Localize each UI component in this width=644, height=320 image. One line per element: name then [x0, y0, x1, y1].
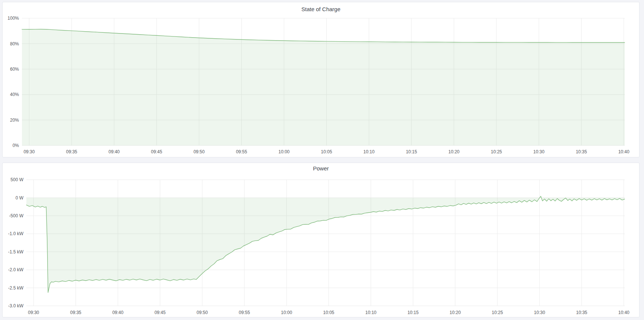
- x-axis-tick-label: 10:10: [365, 310, 376, 315]
- x-axis-tick-label: 10:40: [618, 310, 630, 315]
- y-axis-tick-label: -500 W: [9, 213, 23, 218]
- x-axis-tick-label: 09:40: [112, 310, 123, 315]
- y-axis-tick-label: 100%: [7, 16, 19, 21]
- power-chart[interactable]: 500 W0 W-500 W-1.0 kW-1.5 kW-2.0 kW-2.5 …: [3, 163, 639, 317]
- x-axis-tick-label: 10:05: [321, 149, 332, 154]
- y-axis-tick-label: -2.5 kW: [8, 285, 24, 291]
- x-axis-tick-label: 10:20: [448, 149, 459, 154]
- panel-state-of-charge: State of Charge 100%80%60%40%20%0%09:300…: [2, 2, 640, 157]
- x-axis-tick-label: 10:00: [278, 149, 289, 154]
- y-axis-tick-label: 80%: [10, 41, 19, 47]
- x-axis-tick-label: 09:35: [70, 310, 81, 315]
- y-axis-tick-label: 500 W: [10, 177, 23, 182]
- x-axis-tick-label: 09:50: [197, 310, 208, 315]
- x-axis-tick-label: 10:15: [406, 149, 417, 154]
- x-axis-tick-label: 09:45: [155, 310, 166, 315]
- series-area: [22, 29, 625, 146]
- x-axis-tick-label: 09:30: [23, 149, 35, 154]
- series-area: [26, 196, 625, 292]
- y-axis-tick-label: -3.0 kW: [8, 303, 24, 308]
- x-axis-tick-label: 09:50: [194, 149, 205, 154]
- x-axis-tick-label: 10:15: [407, 310, 418, 315]
- y-axis-tick-label: 20%: [10, 118, 19, 123]
- y-axis-tick-label: -1.0 kW: [8, 231, 24, 236]
- x-axis-tick-label: 10:30: [533, 149, 544, 154]
- x-axis-tick-label: 10:25: [491, 149, 502, 154]
- x-axis-tick-label: 09:55: [239, 310, 250, 315]
- x-axis-tick-label: 10:20: [450, 310, 461, 315]
- x-axis-tick-label: 10:10: [363, 149, 375, 154]
- x-axis-tick-label: 10:05: [323, 310, 334, 315]
- x-axis-tick-label: 10:35: [576, 149, 587, 154]
- x-axis-tick-label: 09:35: [66, 149, 77, 154]
- x-axis-tick-label: 09:30: [28, 310, 39, 315]
- y-axis-tick-label: 60%: [10, 67, 19, 72]
- panel-power: Power 500 W0 W-500 W-1.0 kW-1.5 kW-2.0 k…: [2, 163, 640, 317]
- x-axis-tick-label: 09:40: [109, 149, 120, 154]
- y-axis-tick-label: 0%: [13, 143, 19, 148]
- y-axis-tick-label: 0 W: [16, 195, 24, 201]
- y-axis-tick-label: -1.5 kW: [8, 249, 24, 255]
- x-axis-tick-label: 09:55: [236, 149, 247, 154]
- x-axis-tick-label: 10:35: [576, 310, 587, 315]
- y-axis-tick-label: -2.0 kW: [8, 267, 24, 272]
- state-of-charge-chart[interactable]: 100%80%60%40%20%0%09:3009:3509:4009:4509…: [3, 2, 639, 157]
- x-axis-tick-label: 10:00: [281, 310, 292, 315]
- y-axis-tick-label: 40%: [10, 92, 19, 97]
- x-axis-tick-label: 09:45: [151, 149, 162, 154]
- x-axis-tick-label: 10:30: [534, 310, 545, 315]
- x-axis-tick-label: 10:25: [492, 310, 503, 315]
- x-axis-tick-label: 10:40: [618, 149, 630, 154]
